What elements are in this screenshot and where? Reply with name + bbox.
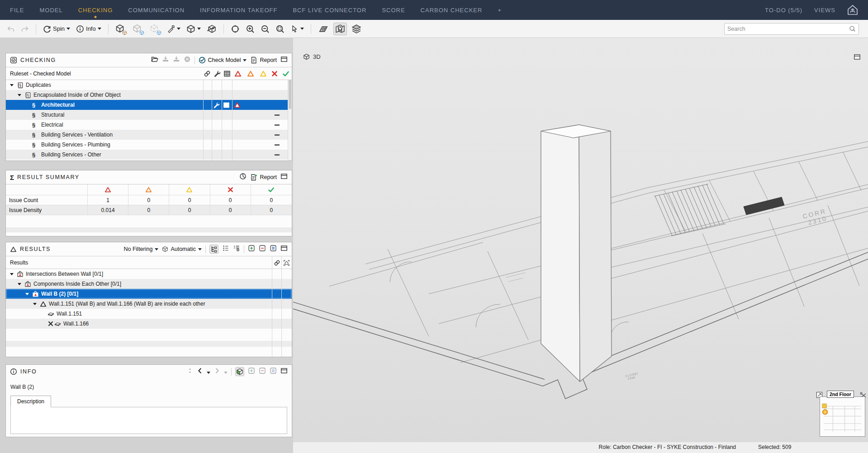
grouping-dropdown[interactable]: Automatic	[162, 246, 202, 252]
viewport-3d[interactable]: CORR 2310 CLOSET 2306 3D 2nd Floor	[293, 38, 868, 453]
remove-info-button[interactable]	[259, 367, 266, 376]
menu-checking[interactable]: CHECKING	[78, 7, 113, 14]
ruleset-tree-row[interactable]: § Building Services - Ventilation	[6, 130, 292, 140]
info-notes-button[interactable]	[270, 367, 277, 376]
selected-wall-3d[interactable]	[541, 125, 612, 382]
zoom-out-button[interactable]	[259, 24, 271, 34]
severity-moderate-icon[interactable]	[260, 70, 267, 77]
caret-down-icon[interactable]	[18, 283, 24, 285]
menu-bcf-live-connector[interactable]: BCF LIVE CONNECTOR	[293, 7, 366, 14]
model-scene[interactable]: CORR 2310 CLOSET 2306	[293, 38, 868, 453]
search-input[interactable]	[727, 26, 849, 32]
zoom-to-issue-icon[interactable]	[283, 260, 290, 266]
menu-model[interactable]: MODEL	[39, 7, 62, 14]
ruleset-scrollbar[interactable]	[288, 80, 292, 160]
caret-down-icon[interactable]	[25, 293, 32, 295]
spin-tool-button[interactable]: Spin	[42, 24, 71, 34]
sort-spinner-button[interactable]	[187, 368, 193, 376]
results-tree-row[interactable]: Intersections Between Wall [0/1]	[6, 269, 292, 279]
markup-tool-button[interactable]	[166, 24, 182, 34]
ruleset-tree-row[interactable]: § Encapsulated Inside of Other Object	[6, 90, 292, 100]
summary-chart-button[interactable]	[239, 173, 247, 182]
ruleset-tree-row[interactable]: § Structural	[6, 110, 292, 120]
navigator-floor-label[interactable]: 2nd Floor	[827, 391, 854, 398]
menu-information-takeoff[interactable]: INFORMATION TAKEOFF	[200, 7, 277, 14]
reject-issue-button[interactable]	[259, 245, 266, 254]
tree-view-button[interactable]	[209, 245, 218, 254]
pick-from-model-button[interactable]	[235, 367, 244, 376]
link-icon[interactable]	[274, 260, 280, 266]
severity-critical-icon[interactable]	[234, 70, 242, 77]
previous-button[interactable]	[197, 368, 203, 376]
results-panel-layout-button[interactable]	[280, 245, 288, 254]
checking-report-button[interactable]: Report	[250, 57, 277, 64]
issue-notes-button[interactable]	[270, 245, 277, 254]
section-plane-button[interactable]	[317, 24, 330, 34]
caret-down-icon[interactable]	[10, 84, 17, 86]
accept-issue-button[interactable]	[248, 245, 255, 254]
floor-navigator[interactable]: 2nd Floor	[816, 391, 867, 438]
check-model-button[interactable]: Check Model	[199, 57, 247, 64]
menu-views[interactable]: VIEWS	[814, 7, 835, 14]
select-tool-button[interactable]	[289, 24, 305, 34]
caret-down-icon[interactable]	[18, 94, 24, 96]
show-selection-grey-button[interactable]	[131, 23, 145, 35]
results-tree-row[interactable]: Wall B (2) [0/1]	[6, 289, 292, 299]
checking-panel-layout-button[interactable]	[280, 56, 288, 65]
wrench-icon[interactable]	[213, 102, 220, 109]
info-panel-layout-button[interactable]	[280, 367, 288, 376]
scrollbar-thumb[interactable]	[289, 80, 291, 109]
remove-ruleset-button[interactable]	[184, 56, 191, 65]
rejected-icon[interactable]	[271, 70, 278, 77]
menu-file[interactable]: FILE	[10, 7, 24, 14]
previous-dropdown[interactable]	[207, 368, 210, 376]
import-all-button[interactable]	[173, 56, 180, 65]
menu-communication[interactable]: COMMUNICATION	[128, 7, 185, 14]
table-icon[interactable]	[223, 70, 231, 77]
undo-button[interactable]	[5, 24, 16, 34]
viewport-panel-layout-icon[interactable]	[854, 53, 861, 61]
view-preset-button[interactable]	[185, 24, 202, 34]
caret-down-icon[interactable]	[33, 303, 40, 305]
zoom-in-button[interactable]	[244, 24, 256, 34]
navigator-thumbnail[interactable]	[820, 396, 865, 437]
summary-report-button[interactable]: Report	[250, 174, 277, 181]
caret-down-icon[interactable]	[10, 273, 17, 275]
next-button[interactable]	[214, 368, 220, 376]
severity-high-icon[interactable]	[247, 70, 254, 77]
storeys-button[interactable]	[350, 23, 363, 35]
show-all-components-button[interactable]	[114, 23, 128, 35]
zoom-fit-button[interactable]	[229, 24, 241, 34]
search-icon[interactable]	[849, 25, 856, 32]
add-info-button[interactable]	[248, 367, 255, 376]
results-tree-row[interactable]: Wall.1.151 (Wall B) and Wall.1.166 (Wall…	[6, 299, 292, 309]
tab-description[interactable]: Description	[10, 396, 51, 407]
info-tool-button[interactable]: Info	[75, 24, 103, 34]
import-ruleset-button[interactable]	[162, 56, 169, 65]
link-icon[interactable]	[204, 70, 211, 77]
zoom-window-button[interactable]	[274, 24, 286, 34]
show-selection-only-button[interactable]	[148, 23, 162, 35]
ruleset-tree-row[interactable]: § Architectural	[6, 100, 292, 110]
results-tree-row[interactable]: Components Inside Each Other [0/1]	[6, 279, 292, 289]
accepted-icon[interactable]	[282, 70, 289, 77]
menu-todo[interactable]: TO-DO (5/5)	[765, 7, 802, 14]
menu-add-tab[interactable]: +	[498, 7, 502, 14]
table-icon[interactable]	[223, 102, 230, 109]
list-settings-button[interactable]	[233, 245, 240, 254]
ruleset-tree-row[interactable]: § Duplicates	[6, 80, 292, 90]
map-view-button[interactable]	[333, 23, 347, 35]
home-view-icon[interactable]	[847, 5, 858, 15]
results-tree-row[interactable]: Wall.1.151	[6, 309, 292, 319]
filtering-dropdown[interactable]: No Filtering	[123, 246, 158, 252]
ruleset-tree-row[interactable]: § Building Services - Plumbing	[6, 140, 292, 150]
open-ruleset-button[interactable]	[151, 56, 158, 65]
ruleset-tree-row[interactable]: § Building Services - Other	[6, 150, 292, 160]
next-dropdown[interactable]	[224, 368, 228, 376]
walkthrough-button[interactable]	[205, 24, 218, 34]
summary-panel-layout-button[interactable]	[280, 173, 288, 182]
redo-button[interactable]	[19, 24, 30, 34]
wrench-icon[interactable]	[213, 70, 221, 77]
list-view-button[interactable]	[222, 245, 229, 254]
menu-score[interactable]: SCORE	[382, 7, 405, 14]
